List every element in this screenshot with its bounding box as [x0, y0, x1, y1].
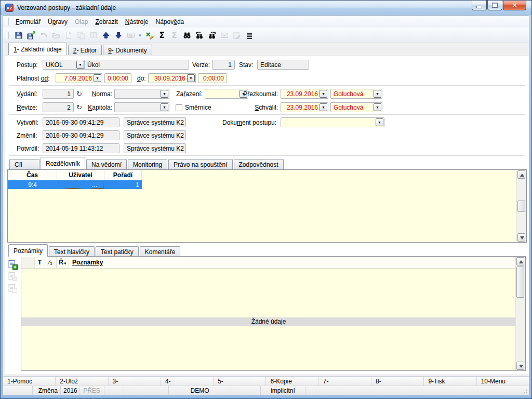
- fkey-8[interactable]: 8-: [371, 377, 424, 386]
- restore-button[interactable]: [487, 1, 502, 10]
- scroll-down-icon[interactable]: [516, 362, 524, 370]
- norma-combobox[interactable]: ▼: [114, 89, 169, 99]
- notes-column-c3[interactable]: ⁄₃: [45, 257, 57, 268]
- kapitola-combobox[interactable]: ▼: [114, 102, 169, 112]
- tab-zodpovednost[interactable]: Zodpovědnost: [234, 159, 284, 169]
- chevron-down-icon[interactable]: ▼: [76, 61, 84, 69]
- resize-grip[interactable]: [526, 392, 527, 393]
- tab-rozdelovnik[interactable]: Rozdělovník: [41, 157, 85, 169]
- status-empty: [124, 386, 169, 395]
- tab-komentare[interactable]: Komentáře: [140, 246, 181, 257]
- form-row-platnost: Platnost od: 7.09.2016▼ 0:00:00 do: 30.0…: [5, 73, 529, 84]
- notes-column-r4[interactable]: Ř₄: [57, 257, 69, 268]
- menu-formular[interactable]: Formulář: [12, 17, 44, 27]
- menu-nastroje[interactable]: Nástroje: [122, 17, 152, 27]
- fkey-7[interactable]: 7-: [319, 377, 371, 386]
- menu-zobrazit[interactable]: Zobrazit: [91, 17, 121, 27]
- chevron-down-icon[interactable]: ▼: [161, 103, 168, 111]
- chevron-down-icon[interactable]: ▼: [94, 74, 101, 82]
- fkey-9[interactable]: 9-Tisk: [424, 377, 476, 386]
- save-record-icon[interactable]: [25, 29, 37, 41]
- fkey-3[interactable]: 3-: [109, 377, 161, 386]
- close-button[interactable]: ×: [503, 1, 526, 10]
- previous-record-icon[interactable]: [100, 29, 112, 41]
- chevron-down-icon[interactable]: ▼: [374, 90, 381, 98]
- title-bar[interactable]: K2 Verzované postupy - základní údaje ×: [1, 1, 531, 15]
- notes-column-poznamky[interactable]: Poznámky: [69, 257, 525, 268]
- cell-poradi[interactable]: 1: [104, 180, 142, 189]
- scroll-up-icon[interactable]: [517, 170, 525, 179]
- postup-name-field: Úkol: [84, 60, 189, 70]
- next-record-icon[interactable]: [112, 29, 124, 41]
- toolbar-grip[interactable]: [6, 18, 9, 25]
- minimize-icon: [476, 6, 482, 8]
- menu-upravy[interactable]: Úpravy: [44, 17, 71, 27]
- platnost-od-time-field[interactable]: 0:00:00: [104, 73, 131, 83]
- minimize-button[interactable]: [472, 1, 487, 10]
- fkey-6[interactable]: 6-Kopie: [266, 377, 318, 386]
- fkey-1[interactable]: 1-Pomoc: [3, 377, 56, 386]
- prezkoumal-date-picker[interactable]: 23.09.2016▼: [281, 89, 328, 99]
- menu-napoveda[interactable]: Nápověda: [152, 17, 188, 27]
- postup-code-combobox[interactable]: UKOL▼: [43, 60, 85, 70]
- sum-icon[interactable]: Σ: [156, 29, 168, 41]
- schvalil-date-picker[interactable]: 23.09.2016▼: [281, 102, 328, 112]
- tab-zakladni-udaje[interactable]: 1 - Základní údaje: [8, 43, 67, 55]
- tab-na-vedomi[interactable]: Na vědomí: [86, 159, 127, 169]
- change-sign-icon[interactable]: [143, 29, 155, 41]
- tab-text-hlavicky[interactable]: Text hlavičky: [49, 246, 95, 257]
- fkey-4[interactable]: 4-: [161, 377, 214, 386]
- table-row-selected[interactable]: 9:4 ... 1: [8, 180, 142, 189]
- scrollbar-thumb[interactable]: [516, 267, 524, 298]
- add-note-icon[interactable]: [7, 259, 19, 271]
- kapitola-label: Kapitola:: [82, 104, 112, 111]
- column-header-poradi[interactable]: Pořadí: [104, 170, 142, 180]
- platnost-do-date-picker[interactable]: 30.09.2016▼: [148, 73, 196, 83]
- column-header-cas[interactable]: Čas: [8, 170, 57, 180]
- prezkoumal-user-combobox[interactable]: Goluchová▼: [330, 89, 382, 99]
- dokument-postupu-combobox[interactable]: ▼: [281, 117, 384, 127]
- save-icon[interactable]: [12, 29, 24, 41]
- menu-list-icon[interactable]: [243, 29, 255, 41]
- history-icon[interactable]: ↻: [76, 90, 82, 98]
- scroll-up-icon[interactable]: [516, 257, 524, 265]
- stav-label: Stav:: [239, 61, 253, 69]
- cell-cas[interactable]: 9:4: [8, 180, 57, 189]
- schvalil-user-combobox[interactable]: Goluchová▼: [330, 102, 382, 112]
- column-header-uzivatel[interactable]: Uživatel: [57, 170, 104, 180]
- fkey-10[interactable]: 10-Menu: [477, 377, 529, 386]
- tab-cil[interactable]: Cíl: [9, 159, 39, 169]
- smernice-label: Směrnice: [185, 104, 211, 111]
- chevron-down-icon[interactable]: ▼: [161, 90, 168, 98]
- chevron-down-icon[interactable]: ▼: [320, 90, 327, 98]
- smernice-checkbox[interactable]: [176, 104, 182, 111]
- tab-editor[interactable]: 2 - Editor: [68, 45, 102, 55]
- fkey-2[interactable]: 2-Ulož: [56, 377, 108, 386]
- vertical-scrollbar[interactable]: [515, 257, 525, 370]
- open-icon: [50, 29, 62, 41]
- notes-column-t[interactable]: T: [35, 257, 45, 268]
- chevron-down-icon[interactable]: ▼: [374, 103, 381, 111]
- tab-pravo-na-spousteni[interactable]: Právo na spouštění: [168, 159, 232, 169]
- find-next-icon[interactable]: [206, 29, 218, 41]
- history-icon[interactable]: ↻: [76, 103, 82, 111]
- vertical-scrollbar[interactable]: [516, 170, 526, 242]
- chevron-down-icon[interactable]: ▼: [320, 103, 327, 111]
- fkey-5[interactable]: 5-: [214, 377, 266, 386]
- tab-monitoring[interactable]: Monitoring: [128, 159, 167, 169]
- cell-uzivatel[interactable]: ...: [57, 180, 104, 189]
- platnost-do-time-field[interactable]: 0:00:00: [198, 73, 227, 83]
- find-icon[interactable]: [181, 29, 193, 41]
- find-previous-icon[interactable]: [193, 29, 205, 41]
- toolbar-grip[interactable]: [6, 32, 9, 39]
- tab-dokumenty[interactable]: 9 - Dokumenty: [103, 45, 152, 55]
- chevron-down-icon[interactable]: ▼: [376, 118, 383, 126]
- platnost-od-date-picker[interactable]: 7.09.2016▼: [56, 73, 102, 83]
- tab-poznamky[interactable]: Poznámky: [8, 244, 48, 257]
- scrollbar-thumb[interactable]: [517, 201, 525, 212]
- chevron-down-icon[interactable]: ▼: [187, 74, 195, 82]
- verze-field: 1: [212, 60, 235, 70]
- tab-text-paticky[interactable]: Text patičky: [96, 246, 139, 257]
- scroll-down-icon[interactable]: [517, 233, 525, 242]
- norma-label: Norma:: [86, 90, 112, 98]
